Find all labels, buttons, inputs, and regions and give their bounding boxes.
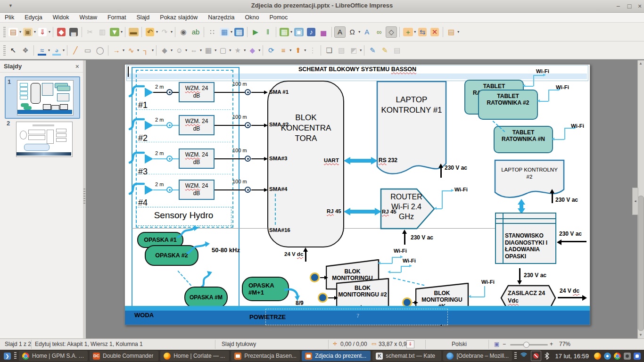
- zoom-level[interactable]: 77%: [559, 341, 570, 347]
- sidebar-collapse-handle[interactable]: ◂: [632, 188, 638, 215]
- status-layout-name[interactable]: Slajd tytułowy: [222, 341, 256, 347]
- insert-image-button[interactable]: ▣: [293, 26, 305, 38]
- open-button[interactable]: ▣: [22, 26, 33, 38]
- do-not-disturb-icon[interactable]: [531, 351, 541, 361]
- document-modified-icon[interactable]: ⇓: [406, 340, 414, 348]
- shadow-button[interactable]: ❏: [323, 45, 335, 56]
- insert-chart-button[interactable]: ▅: [318, 26, 329, 38]
- line-style-dropdown-icon[interactable]: ▾: [48, 48, 50, 52]
- block-arrows-button[interactable]: ⇔: [188, 45, 199, 56]
- save-button[interactable]: ⇓: [37, 26, 48, 38]
- amplifier-block[interactable]: WZM. 24dB: [179, 180, 215, 200]
- maximize-button[interactable]: □: [625, 2, 634, 10]
- find-replace-button[interactable]: ◉: [178, 26, 189, 38]
- scroll-down-icon[interactable]: ▼: [637, 332, 644, 338]
- special-character-button[interactable]: Ω: [347, 26, 358, 38]
- slides-panel-close-icon[interactable]: ×: [75, 63, 79, 70]
- lines-and-arrows-button[interactable]: →: [111, 45, 122, 56]
- start-from-first-slide-button[interactable]: ▶: [250, 26, 261, 38]
- menu-item-wstaw[interactable]: Wstaw: [79, 14, 97, 21]
- fontwork-button[interactable]: A: [361, 26, 372, 38]
- filter-dropdown-icon[interactable]: ▾: [360, 48, 362, 52]
- sensors-label-box[interactable]: Sensory Hydro: [136, 207, 231, 226]
- symbol-shapes-button[interactable]: ☺: [173, 45, 185, 56]
- edit-points-button[interactable]: ✎: [367, 45, 378, 56]
- slide-thumbnail[interactable]: [16, 122, 73, 157]
- screenshot-tray-icon[interactable]: [624, 353, 631, 360]
- insert-line-button[interactable]: ╱: [70, 45, 81, 56]
- 3d-objects-dropdown-icon[interactable]: ▾: [258, 48, 260, 52]
- menu-item-narzedzia[interactable]: Narzędzia: [208, 14, 234, 21]
- taskbar-window-impress-active[interactable]: Zdjecia do prezent...: [302, 351, 371, 361]
- amplifier-block[interactable]: WZM. 24dB: [179, 82, 215, 102]
- display-views-dropdown-icon[interactable]: ▾: [231, 30, 232, 34]
- window-titlebar[interactable]: ▼ Zdjecia do prezentacji.pptx - LibreOff…: [0, 0, 644, 13]
- menu-item-format[interactable]: Format: [107, 14, 126, 21]
- symbol-shapes-dropdown-icon[interactable]: ▾: [185, 48, 187, 52]
- scrollbar-thumb[interactable]: [638, 196, 644, 331]
- hydro-channel-1[interactable]: 2 m WZM. 24dB 100 m #1: [129, 78, 270, 111]
- taskbar-window-chrome[interactable]: Home | GPM S.A. -...: [19, 351, 88, 361]
- 3d-objects-button[interactable]: ◆: [247, 45, 258, 56]
- duplicate-slide-button[interactable]: ⇆: [417, 26, 428, 38]
- new-slide-button[interactable]: ＋: [402, 26, 413, 38]
- delete-slide-button[interactable]: ✕: [429, 26, 440, 38]
- insert-table-dropdown-icon[interactable]: ▾: [290, 30, 292, 34]
- flowchart-shapes-dropdown-icon[interactable]: ▾: [215, 48, 216, 52]
- menu-item-edycja[interactable]: Edycja: [25, 14, 42, 21]
- menu-item-plik[interactable]: Plik: [5, 14, 14, 21]
- show-draw-functions-button[interactable]: ◇: [386, 26, 397, 38]
- special-character-dropdown-icon[interactable]: ▾: [358, 30, 360, 34]
- flowchart-shapes-button[interactable]: ▦: [203, 45, 214, 56]
- wristband-m1-block[interactable]: OPASKA #M+1: [242, 277, 289, 301]
- line-style-button[interactable]: ≈: [36, 45, 48, 56]
- menu-item-slajd[interactable]: Slajd: [137, 14, 150, 21]
- align-objects-button[interactable]: ≡: [278, 45, 289, 56]
- minimize-button[interactable]: −: [614, 2, 622, 10]
- rectangle-button[interactable]: ▭: [82, 45, 93, 56]
- taskbar-window-ff[interactable]: Home | Corlate — ...: [160, 351, 229, 361]
- close-button[interactable]: ×: [636, 2, 644, 10]
- amplifier-block[interactable]: WZM. 24dB: [179, 115, 215, 135]
- toolbar-grip[interactable]: [3, 27, 6, 37]
- curve-polygon-button[interactable]: ∿: [125, 45, 137, 56]
- taskbar-window-tb[interactable]: [Odebrane – Mozill...: [443, 351, 512, 361]
- new-presentation-button[interactable]: ▤: [8, 26, 19, 38]
- hydro-channel-3[interactable]: 2 m WZM. 24dB 100 m #3: [129, 145, 270, 178]
- network-wifi-icon[interactable]: [520, 353, 528, 359]
- toolbar-grip[interactable]: [3, 45, 6, 56]
- save-dropdown-icon[interactable]: ▾: [49, 30, 50, 34]
- arrange-objects-button[interactable]: ⬆: [292, 45, 304, 56]
- menu-item-pomoc[interactable]: Pomoc: [269, 14, 288, 21]
- concentrator-block[interactable]: [267, 81, 344, 247]
- hyperlink-button[interactable]: ∞: [373, 26, 385, 38]
- amplifier-block[interactable]: WZM. 24dB: [179, 148, 215, 169]
- menu-item-widok[interactable]: Widok: [53, 14, 69, 21]
- display-views-button[interactable]: ▦: [219, 26, 230, 38]
- insert-media-button[interactable]: ♪: [305, 26, 317, 38]
- new-slide-dropdown-icon[interactable]: ▾: [414, 30, 416, 34]
- zoom-in-button[interactable]: +: [550, 341, 553, 347]
- zoom-out-button[interactable]: −: [503, 341, 506, 347]
- app-tray-icon[interactable]: [604, 353, 611, 360]
- basic-shapes-button[interactable]: ◆: [159, 45, 170, 56]
- clone-formatting-button[interactable]: ▬: [128, 26, 139, 38]
- scroll-up-icon[interactable]: ▲: [637, 60, 644, 67]
- tablet-2-block[interactable]: TABLET RATOWNIKA #2: [478, 90, 538, 120]
- firefox-tray-icon[interactable]: [594, 353, 601, 360]
- hydro-channel-4[interactable]: 2 m WZM. 24dB 100 m #4: [129, 176, 270, 209]
- status-language[interactable]: Polski: [452, 341, 467, 347]
- export-pdf-button[interactable]: ◆: [56, 26, 67, 38]
- basic-shapes-dropdown-icon[interactable]: ▾: [171, 48, 173, 52]
- ellipse-button[interactable]: ◯: [94, 45, 106, 56]
- callout-shapes-button[interactable]: ▢: [217, 45, 229, 56]
- slide-canvas[interactable]: SCHEMAT BLOKOWY SYSTEMU BASSON Sensory H…: [124, 64, 590, 325]
- paste-button[interactable]: ▼: [109, 26, 120, 38]
- slide-thumbnail-2[interactable]: 2: [5, 119, 78, 159]
- wristband-m-block[interactable]: OPASKA #M: [184, 287, 228, 308]
- insert-table-button[interactable]: ▦: [279, 26, 290, 38]
- fit-slide-icon[interactable]: ▣: [494, 341, 499, 347]
- fill-color-button[interactable]: ◕: [51, 45, 62, 56]
- insert-textbox-button[interactable]: A: [334, 26, 346, 38]
- print-button[interactable]: ▄: [68, 26, 79, 38]
